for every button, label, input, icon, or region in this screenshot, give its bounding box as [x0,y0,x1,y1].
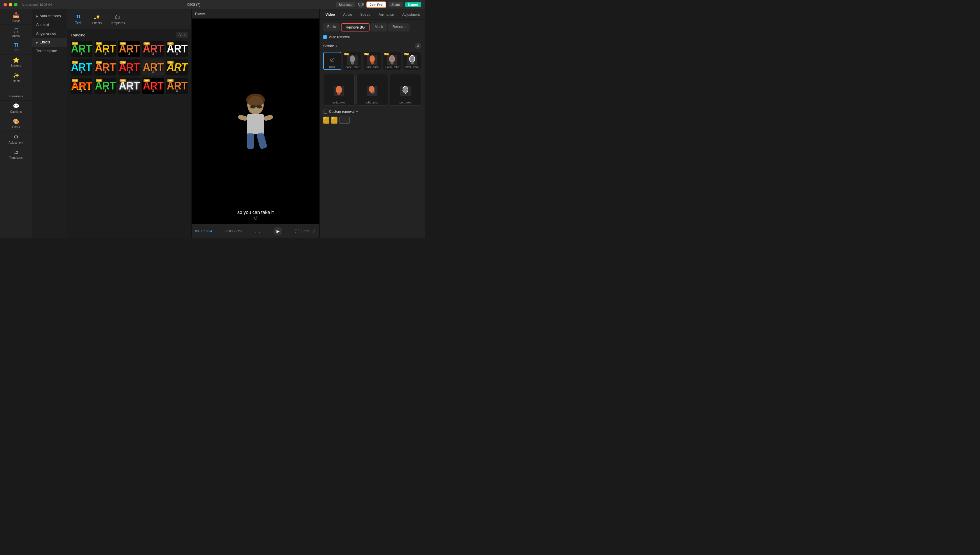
play-button[interactable]: ▶ [273,227,282,236]
subtab-retouch[interactable]: Retouch [388,23,410,32]
sidebar-item-filters[interactable]: 🎨 Filters [0,116,32,132]
transitions-icon: ↔ [13,88,19,94]
sidebar-item-label-filters: Filters [12,126,20,129]
stroke-solid-img [323,80,354,101]
stroke-option-offset[interactable]: Offs...roke [357,74,388,106]
svg-rect-20 [411,62,414,64]
art-card[interactable]: Pro ART ⬇ [71,59,92,76]
pro-badge-paper: Pro [344,53,349,55]
art-card[interactable]: Pro ART ⬇ [95,78,116,94]
sidebar-item-audio[interactable]: 🎵 Audio [0,25,32,40]
fullscreen-preview-icon[interactable]: ⛶ [295,229,299,234]
stroke-option-straight[interactable]: Pro Strai...troke [403,52,421,70]
captions-icon: 💬 [13,103,19,109]
stroke-option-paper[interactable]: Pro Pape...roke [343,52,361,70]
download-icon: ⬇ [175,70,179,74]
shortcuts-button[interactable]: Shortcuts [336,2,355,7]
ratio-label[interactable]: 16:9 [302,229,310,233]
tab-templates-label: Templates [110,21,125,25]
stroke-grid-row2: Solid...roke Offs...roke [323,74,421,106]
sec-item-text-template[interactable]: Text template [32,47,67,55]
stroke-hand-img [383,54,401,66]
custom-removal-checkbox[interactable] [323,110,327,114]
sidebar-item-label-effects: Effects [11,80,20,83]
pro-badge: Pro [167,42,174,45]
stroke-label: Stroke [323,44,334,48]
download-icon: ⬇ [127,70,131,74]
tab-templates[interactable]: 🗂 Templates [107,12,129,27]
all-button[interactable]: All ≡ [176,32,188,38]
stroke-option-hand[interactable]: Pro Hand...roke [383,52,401,70]
art-card[interactable]: Pro ART ⬇ [119,78,140,94]
pro-badge: Pro [96,61,102,64]
right-tab-adjustment[interactable]: Adjustment [399,11,423,18]
art-card[interactable]: ART ⬇ [142,59,164,76]
stroke-option-solid[interactable]: Solid...roke [323,74,355,106]
sec-item-effects[interactable]: ▶ Effects [32,38,67,47]
right-tab-speed[interactable]: Speed [357,11,374,18]
share-button[interactable]: Share [389,2,403,7]
stroke-option-dotted[interactable]: Dott...roke [390,74,421,106]
art-card[interactable]: Pro ART ⬇ [166,41,188,57]
right-tab-audio[interactable]: Audio [339,11,355,18]
subtab-basic[interactable]: Basic [323,23,340,32]
art-card[interactable]: Pro ART ⬇ [142,41,164,57]
sec-item-label-auto-captions: Auto captions [40,14,61,18]
art-card[interactable]: Pro ART ⬇ [71,78,92,94]
tab-text[interactable]: TI Text [69,12,87,26]
sidebar-item-adjustment[interactable]: ⚙ Adjustment [0,132,32,147]
user-avatar[interactable]: A...0 [358,2,364,8]
download-icon: ⬇ [80,51,83,56]
download-icon: ⬇ [80,88,83,93]
custom-option-thumb[interactable] [339,117,350,124]
sidebar-item-transitions[interactable]: ↔ Transitions [0,85,32,101]
export-button[interactable]: Export [405,2,421,7]
art-card[interactable]: Pro ART ⬇ [95,41,116,57]
art-card[interactable]: Pro ART ⬇ [71,41,92,57]
expand-icon[interactable]: ⤢ [312,229,316,234]
stroke-option-basic[interactable]: Pro Basi...ence [363,52,381,70]
right-tab-video[interactable]: Video [322,11,338,18]
art-card[interactable]: Pro ART ⬇ [166,59,188,76]
grid-area: Trending All ≡ Pro ART ⬇ Pro ART [67,29,191,238]
art-card[interactable]: Pro ART ⬇ [119,41,140,57]
maximize-button[interactable] [14,3,18,6]
download-icon: ⬇ [104,51,107,56]
auto-removal-checkbox[interactable]: ✓ [323,35,327,39]
tab-effects[interactable]: ✨ Effects [88,12,106,27]
audio-icon: 🎵 [13,27,19,34]
reset-stroke-button[interactable]: ↺ [415,43,421,49]
download-icon: ⬇ [151,51,155,56]
right-tab-animation[interactable]: Animation [375,11,398,18]
sec-item-add-text[interactable]: Add text [32,21,67,29]
art-card[interactable]: Pro ART ⬇ [95,59,116,76]
sidebar-item-label-transitions: Transitions [9,95,23,98]
right-tab-aistyle[interactable]: AI sty... [424,10,425,19]
subtab-mask[interactable]: Mask [371,23,387,32]
art-card[interactable]: Pro ART ⬇ [142,78,164,94]
svg-point-25 [403,86,408,93]
player-menu-icon[interactable]: ⋯ [312,12,316,16]
grid-header: Trending All ≡ [71,32,188,38]
sidebar-item-stickers[interactable]: ⭐ Stickers [0,55,32,70]
pro-badge: Pro [72,42,78,45]
sidebar-item-text[interactable]: TI Text [0,40,32,55]
pro-badge-hand: Pro [384,53,389,55]
minimize-button[interactable] [9,3,12,6]
joinpro-button[interactable]: Join Pro [366,2,386,8]
pro-badge: Pro [120,79,126,82]
sidebar-item-effects[interactable]: ✨ Effects [0,70,32,85]
art-card[interactable]: Pro ART ⬇ [119,59,140,76]
sidebar-item-captions[interactable]: 💬 Captions [0,101,32,116]
svg-point-1 [246,93,265,106]
art-card[interactable]: Pro ART ⬇ [166,78,188,94]
sidebar-item-import[interactable]: 📥 Import [0,9,32,25]
left-sidebar: 📥 Import 🎵 Audio TI Text ⭐ Stickers ✨ Ef… [0,9,32,238]
sec-item-auto-captions[interactable]: ▶ Auto captions [32,12,67,21]
sec-item-ai-generated[interactable]: AI generated [32,29,67,38]
stroke-option-none[interactable]: ⊘ None [323,52,341,70]
replay-button[interactable]: ↺ [254,215,258,221]
subtab-removebg[interactable]: Remove BG [341,23,369,32]
sidebar-item-templates[interactable]: 🗂 Templates [0,147,32,162]
close-button[interactable] [3,3,7,6]
